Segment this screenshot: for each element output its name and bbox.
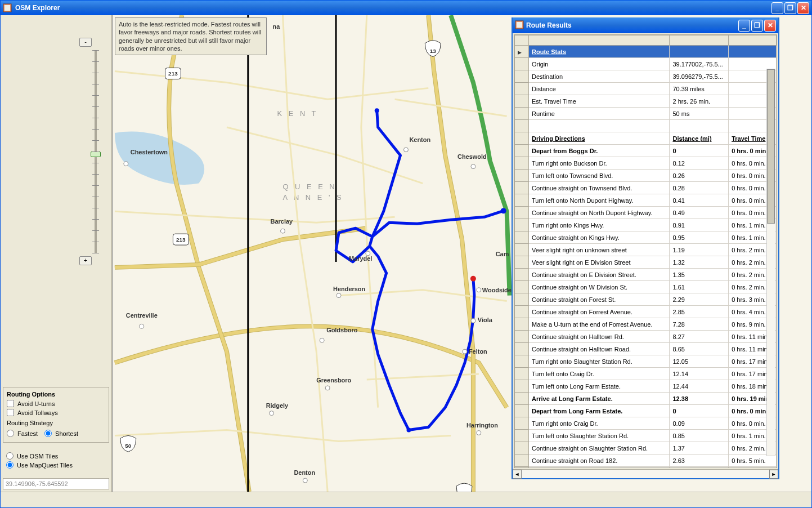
table-row[interactable]: Turn left onto Long Farm Estate.12.440 h…: [515, 380, 777, 393]
table-row[interactable]: Continue straight on Halltown Rd.8.270 h…: [515, 331, 777, 343]
table-row[interactable]: Continue straight on Halltown Road.8.650…: [515, 343, 777, 355]
table-row[interactable]: Continue straight on Road 182.2.630 hrs.…: [515, 454, 777, 467]
sidebar: - + Routing Options Avoid U-turns Avoid …: [1, 15, 112, 492]
mapquest-tiles-radio[interactable]: Use MapQuest Tiles: [6, 461, 106, 469]
table-row[interactable]: Continue straight on Townsend Blvd.0.280…: [515, 182, 777, 194]
zoom-in-button[interactable]: +: [79, 256, 92, 265]
table-row[interactable]: Driving DirectionsDistance (mi)Travel Ti…: [515, 132, 777, 145]
svg-rect-1: [5, 5, 10, 11]
table-row[interactable]: Make a U-turn at the end of Forrest Aven…: [515, 318, 777, 331]
svg-text:13: 13: [430, 48, 437, 54]
minor-roads: [115, 15, 507, 492]
svg-point-16: [320, 338, 324, 342]
table-row[interactable]: Continue straight on Kings Hwy.0.950 hrs…: [515, 231, 777, 244]
table-row[interactable]: Turn right onto Craig Dr.0.090 hrs. 0 mi…: [515, 417, 777, 430]
results-vertical-scrollbar[interactable]: [766, 69, 775, 456]
table-row[interactable]: Distance70.39 miles: [515, 83, 777, 95]
svg-text:Ridgely: Ridgely: [266, 402, 289, 409]
table-row[interactable]: Turn left onto North Dupont Highway.0.41…: [515, 194, 777, 207]
main-titlebar[interactable]: OSM Explorer _ ❐ ✕: [1, 1, 811, 15]
svg-text:Felton: Felton: [469, 348, 487, 355]
table-row[interactable]: Continue straight on W Division St.1.610…: [515, 281, 777, 293]
results-horizontal-scrollbar[interactable]: ◄►: [513, 469, 778, 478]
svg-point-2: [124, 162, 128, 166]
svg-text:Centreville: Centreville: [126, 312, 158, 319]
maximize-button[interactable]: ❐: [784, 2, 796, 14]
svg-text:13: 13: [461, 491, 468, 492]
table-row[interactable]: Continue straight on Slaughter Station R…: [515, 442, 777, 454]
table-row[interactable]: Est. Travel Time2 hrs. 26 min.: [515, 95, 777, 108]
svg-point-26: [471, 318, 475, 323]
svg-text:213: 213: [176, 237, 186, 243]
table-row[interactable]: Turn right onto Buckson Dr.0.120 hrs. 0 …: [515, 157, 777, 170]
table-row[interactable]: Destination39.096279,-75.5...: [515, 70, 777, 83]
svg-text:Viola: Viola: [478, 317, 493, 323]
results-grid-wrap[interactable]: ▶Route StatsOrigin39.177002,-75.5...Dest…: [514, 34, 777, 468]
table-row[interactable]: Arrive at Long Farm Estate.12.380 hrs. 1…: [515, 393, 777, 405]
results-titlebar[interactable]: Route Results _ ❐ ✕: [513, 17, 778, 33]
svg-text:Woodside: Woodside: [482, 287, 512, 293]
table-row[interactable]: Continue straight on North Dupont Highwa…: [515, 207, 777, 219]
svg-text:Cheswold: Cheswold: [457, 153, 487, 160]
route-results-window[interactable]: Route Results _ ❐ ✕ ▶Route StatsOrigin39…: [512, 17, 779, 479]
table-row[interactable]: Turn left onto Townsend Blvd.0.260 hrs. …: [515, 170, 777, 182]
table-row[interactable]: Turn right onto Kings Hwy.0.910 hrs. 1 m…: [515, 219, 777, 231]
route-destination: [470, 276, 476, 282]
routing-options-box: Routing Options Avoid U-turns Avoid Toll…: [3, 387, 109, 443]
svg-text:na: na: [273, 23, 281, 30]
svg-text:Marydel: Marydel: [349, 255, 372, 262]
zoom-track[interactable]: [95, 50, 97, 253]
osm-tiles-radio[interactable]: Use OSM Tiles: [6, 452, 106, 460]
route-waypoint-1: [375, 108, 379, 113]
svg-text:Greensboro: Greensboro: [316, 377, 351, 384]
svg-text:Cam: Cam: [496, 251, 509, 257]
avoid-uturns-checkbox[interactable]: Avoid U-turns: [7, 400, 105, 407]
svg-text:Kenton: Kenton: [409, 136, 430, 143]
table-row[interactable]: Turn left onto Main St.2.940 hrs. 5 min.: [515, 467, 777, 469]
svg-point-20: [270, 411, 274, 416]
zoom-handle[interactable]: [91, 151, 101, 157]
road-major-1: [115, 326, 507, 407]
route-waypoint-2: [406, 428, 411, 433]
city-markers: Chestertown Centreville Kenton Cheswold …: [124, 23, 512, 483]
table-row[interactable]: Turn left onto Slaughter Station Rd.0.85…: [515, 430, 777, 442]
water-chester-river: [115, 132, 204, 185]
status-bar: [1, 492, 811, 507]
county-kent: K E N T: [277, 109, 318, 118]
table-row[interactable]: Continue straight on Forrest Avenue.2.85…: [515, 306, 777, 318]
avoid-tollways-checkbox[interactable]: Avoid Tollways: [7, 409, 105, 416]
table-row[interactable]: Veer slight right on E Division Street1.…: [515, 256, 777, 269]
close-button[interactable]: ✕: [797, 2, 809, 14]
svg-text:Henderson: Henderson: [333, 286, 365, 292]
fastest-radio[interactable]: Fastest: [7, 430, 38, 437]
results-title: Route Results: [526, 21, 738, 29]
table-row[interactable]: Turn right onto Slaughter Station Rd.12.…: [515, 355, 777, 368]
results-minimize-button[interactable]: _: [738, 20, 750, 32]
svg-point-28: [477, 288, 481, 292]
road-ew-1: [115, 228, 367, 268]
table-row[interactable]: Turn left onto Craig Dr.12.140 hrs. 17 m…: [515, 368, 777, 380]
table-row[interactable]: Veer slight right on unknown street1.190…: [515, 244, 777, 256]
svg-point-18: [325, 386, 330, 390]
table-row[interactable]: Runtime50 ms: [515, 108, 777, 120]
svg-text:Chestertown: Chestertown: [131, 149, 168, 155]
zoom-out-button[interactable]: -: [79, 38, 92, 47]
minimize-button[interactable]: _: [771, 2, 783, 14]
table-row[interactable]: Continue straight on Forest St.2.290 hrs…: [515, 293, 777, 306]
table-row[interactable]: Depart from Boggs Dr.00 hrs. 0 min.: [515, 145, 777, 157]
shortest-radio[interactable]: Shortest: [44, 430, 78, 437]
table-row[interactable]: Origin39.177002,-75.5...: [515, 58, 777, 70]
svg-text:Barclay: Barclay: [271, 218, 293, 225]
svg-point-30: [477, 431, 481, 435]
svg-text:Harrington: Harrington: [466, 422, 498, 429]
results-maximize-button[interactable]: ❐: [751, 20, 763, 32]
table-row[interactable]: Depart from Long Farm Estate.00 hrs. 0 m…: [515, 405, 777, 417]
results-close-button[interactable]: ✕: [764, 20, 776, 32]
routing-strategy-label: Routing Strategy: [7, 420, 105, 426]
table-row[interactable]: ▶Route Stats: [515, 46, 777, 58]
table-row[interactable]: [515, 120, 777, 132]
zoom-slider-area: - +: [1, 15, 111, 252]
app-title: OSM Explorer: [15, 4, 771, 12]
table-row[interactable]: Continue straight on E Division Street.1…: [515, 269, 777, 281]
mode-tooltip: Auto is the least-restricted mode. Faste…: [115, 17, 267, 55]
